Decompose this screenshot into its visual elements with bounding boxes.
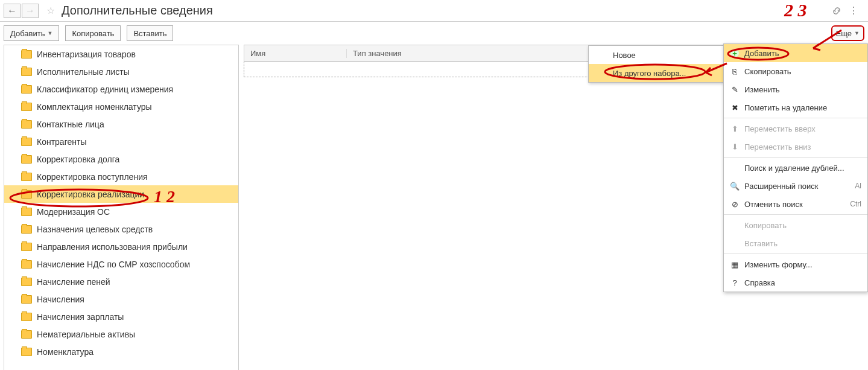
context-menu-item[interactable]: ⎘Скопировать [724, 62, 867, 80]
tree-item[interactable]: Исполнительные листы [4, 63, 238, 80]
chevron-down-icon: ▼ [854, 30, 860, 36]
context-menu: +Добавить⎘Скопировать✎Изменить✖Пометить … [723, 43, 868, 292]
tree-item-label: Начисление пеней [37, 277, 110, 287]
tree-item[interactable]: Начисления зарплаты [4, 308, 238, 325]
tree-item[interactable]: Классификатор единиц измерения [4, 80, 238, 98]
add-submenu: Новое Из другого набора... [588, 45, 724, 83]
copy-icon: ⎘ [730, 66, 740, 76]
link-icon[interactable] [831, 5, 843, 17]
chevron-down-icon: ▼ [47, 30, 52, 36]
tree-item-label: Направления использования прибыли [37, 242, 188, 252]
context-menu-label: Справка [744, 278, 775, 287]
tree-item-label: Корректировка реализации [37, 190, 144, 199]
tree-item[interactable]: Корректировка реализации [4, 185, 238, 203]
context-menu-item[interactable]: 🔍Расширенный поискAl [724, 177, 867, 195]
back-button[interactable]: ← [4, 4, 21, 18]
hotkey-label: Ctrl [850, 200, 861, 208]
tree-item[interactable]: Контактные лица [4, 115, 238, 133]
more-button-label: Еще [836, 29, 852, 38]
tree-item-label: Корректировка долга [37, 155, 119, 164]
context-menu-label: Пометить на удаление [744, 103, 827, 112]
copy-button[interactable]: Копировать [65, 25, 121, 41]
tree-item[interactable]: Контрагенты [4, 133, 238, 150]
search-icon: 🔍 [730, 181, 740, 191]
folder-icon [21, 260, 32, 269]
tree-item[interactable]: Инвентаризация товаров [4, 45, 238, 63]
context-menu-label: Вставить [744, 239, 778, 248]
tree-item[interactable]: Направления использования прибыли [4, 238, 238, 255]
column-name[interactable]: Имя [244, 49, 347, 58]
folder-icon [21, 225, 32, 234]
hotkey-label: Al [855, 182, 861, 190]
folder-icon [21, 208, 32, 216]
context-menu-label: Поиск и удаление дублей... [744, 164, 844, 173]
context-menu-item[interactable]: ▦Изменить форму... [724, 255, 867, 273]
sidebar[interactable]: Инвентаризация товаровИсполнительные лис… [4, 45, 239, 370]
plus-icon: + [730, 48, 740, 58]
add-button-label: Добавить [10, 29, 45, 38]
folder-icon [21, 243, 32, 251]
paste-button[interactable]: Вставить [127, 25, 173, 41]
tree-item-label: Классификатор единиц измерения [37, 85, 173, 94]
tree-item-label: Исполнительные листы [37, 67, 130, 77]
folder-icon [21, 50, 32, 59]
context-menu-label: Копировать [744, 221, 787, 230]
down-icon: ⬇ [730, 142, 740, 152]
add-button[interactable]: Добавить ▼ [4, 25, 59, 41]
context-menu-label: Переместить вниз [744, 142, 811, 152]
more-button[interactable]: Еще ▼ [831, 25, 864, 41]
tree-item[interactable]: Корректировка поступления [4, 168, 238, 185]
context-menu-item: Копировать [724, 216, 867, 234]
context-menu-item[interactable]: ?Справка [724, 273, 867, 292]
context-menu-item[interactable]: ✖Пометить на удаление [724, 98, 867, 116]
folder-icon [21, 138, 32, 146]
help-icon: ? [730, 278, 740, 287]
context-menu-item[interactable]: Поиск и удаление дублей... [724, 159, 867, 177]
tree-item[interactable]: Назначения целевых средств [4, 220, 238, 238]
submenu-new[interactable]: Новое [589, 46, 723, 64]
context-menu-item[interactable]: ⊘Отменить поискCtrl [724, 195, 867, 213]
folder-icon [21, 173, 32, 181]
folder-icon [21, 278, 32, 286]
forward-button[interactable]: → [22, 4, 39, 18]
tree-item[interactable]: Комплектация номенклатуры [4, 98, 238, 115]
folder-icon [21, 103, 32, 111]
tree-item-label: Контрагенты [37, 137, 86, 147]
tree-item[interactable]: Нематериальные активы [4, 325, 238, 343]
context-menu-item: Вставить [724, 234, 867, 252]
kebab-menu-icon[interactable]: ⋮ [847, 5, 860, 17]
folder-icon [21, 330, 32, 339]
context-menu-label: Скопировать [744, 67, 791, 76]
tree-item[interactable]: Номенклатура [4, 343, 238, 360]
submenu-from-other-set[interactable]: Из другого набора... [589, 64, 723, 82]
tree-item-label: Контактные лица [37, 120, 104, 129]
favorite-button[interactable]: ☆ [43, 4, 58, 18]
page-title: Дополнительные сведения [62, 4, 213, 18]
context-menu-label: Отменить поиск [744, 200, 803, 209]
tree-item[interactable]: Модернизация ОС [4, 203, 238, 220]
header: ← → ☆ Дополнительные сведения ⋮ [0, 0, 868, 22]
context-menu-label: Изменить форму... [744, 260, 813, 269]
folder-icon [21, 190, 32, 199]
cancel-icon: ⊘ [730, 199, 740, 209]
tree-item-label: Инвентаризация товаров [37, 49, 136, 59]
tree-item-label: Назначения целевых средств [37, 225, 153, 234]
folder-icon [21, 313, 32, 321]
folder-icon [21, 155, 32, 164]
tree-item-label: Комплектация номенклатуры [37, 102, 152, 112]
tree-item[interactable]: Начисления [4, 290, 238, 308]
folder-icon [21, 348, 32, 356]
context-menu-label: Изменить [744, 85, 780, 94]
folder-icon [21, 295, 32, 304]
context-menu-label: Расширенный поиск [744, 182, 818, 191]
context-menu-item[interactable]: +Добавить [724, 44, 867, 62]
context-menu-item[interactable]: ✎Изменить [724, 80, 867, 98]
delete-icon: ✖ [730, 103, 740, 112]
tree-item-label: Модернизация ОС [37, 207, 110, 217]
tree-item-label: Начисления [37, 295, 84, 304]
tree-item[interactable]: Начисление пеней [4, 273, 238, 290]
tree-item[interactable]: Корректировка долга [4, 150, 238, 168]
up-icon: ⬆ [730, 124, 740, 133]
tree-item[interactable]: Начисление НДС по СМР хозспособом [4, 255, 238, 273]
toolbar: Добавить ▼ Копировать Вставить Еще ▼ [0, 22, 868, 45]
